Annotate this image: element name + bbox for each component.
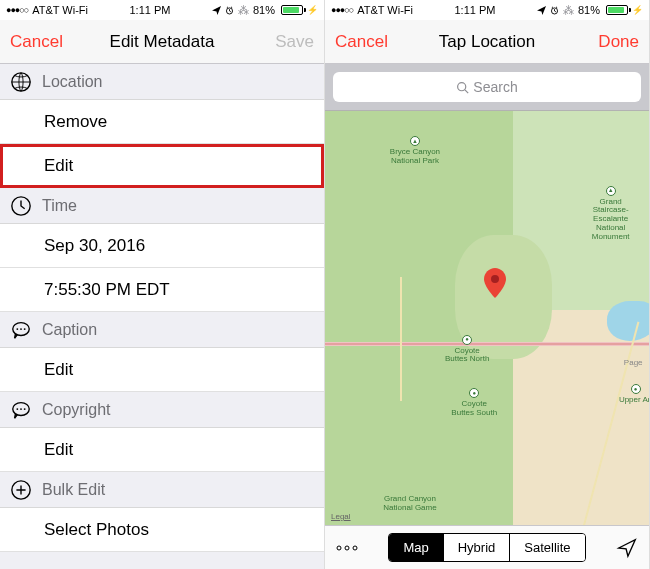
map-label-buttes-s: ●Coyote Buttes South	[451, 388, 497, 418]
battery-pct: 81%	[578, 4, 600, 16]
status-bar: ●●●○○ AT&T Wi-Fi 1:11 PM ⁂ 81% ⚡	[0, 0, 324, 20]
alarm-icon	[550, 6, 559, 15]
nav-title: Tap Location	[395, 32, 579, 52]
plus-circle-icon	[10, 479, 32, 501]
row-bulk-select[interactable]: Select Photos	[0, 508, 324, 552]
alarm-icon	[225, 6, 234, 15]
row-time-value[interactable]: 7:55:30 PM EDT	[0, 268, 324, 312]
section-bulk: Bulk Edit	[0, 472, 324, 508]
battery-icon: ⚡	[604, 5, 643, 15]
cancel-button[interactable]: Cancel	[335, 32, 395, 52]
svg-point-6	[24, 328, 26, 330]
svg-point-15	[337, 546, 341, 550]
svg-point-14	[491, 275, 499, 283]
status-bar: ●●●○○ AT&T Wi-Fi 1:11 PM ⁂ 81% ⚡	[325, 0, 649, 20]
status-time: 1:11 PM	[455, 4, 496, 16]
map-label-upper: ●Upper An	[619, 384, 649, 405]
row-caption-edit[interactable]: Edit	[0, 348, 324, 392]
section-time: Time	[0, 188, 324, 224]
map-legal-link[interactable]: Legal	[331, 512, 351, 521]
search-icon	[456, 81, 469, 94]
carrier-label: AT&T Wi-Fi	[357, 4, 413, 16]
speech-icon	[10, 319, 32, 341]
location-arrow-icon	[537, 6, 546, 15]
nav-title: Edit Metadata	[70, 32, 254, 52]
map-pin-icon[interactable]	[484, 268, 506, 290]
search-input[interactable]: Search	[333, 72, 641, 102]
map-label-bryce: ▲Bryce Canyon National Park	[390, 136, 440, 166]
segment-map[interactable]: Map	[389, 534, 443, 561]
section-caption: Caption	[0, 312, 324, 348]
battery-pct: 81%	[253, 4, 275, 16]
location-arrow-icon	[212, 6, 221, 15]
locate-icon[interactable]	[613, 534, 641, 562]
section-location-label: Location	[42, 73, 103, 91]
segment-satellite[interactable]: Satellite	[510, 534, 584, 561]
battery-icon: ⚡	[279, 5, 318, 15]
bluetooth-icon: ⁂	[563, 4, 574, 17]
svg-point-13	[458, 82, 466, 90]
svg-point-9	[20, 408, 22, 410]
clock-icon	[10, 195, 32, 217]
nav-bar: Cancel Tap Location Done	[325, 20, 649, 64]
nav-bar: Cancel Edit Metadata Save	[0, 20, 324, 64]
search-placeholder: Search	[473, 79, 517, 95]
search-bar-container: Search	[325, 64, 649, 111]
right-screen: ●●●○○ AT&T Wi-Fi 1:11 PM ⁂ 81% ⚡ Cancel …	[325, 0, 650, 569]
section-bulk-label: Bulk Edit	[42, 481, 105, 499]
more-icon[interactable]	[333, 534, 361, 562]
map-type-segment: Map Hybrid Satellite	[388, 533, 585, 562]
section-copyright: Copyright	[0, 392, 324, 428]
row-location-remove[interactable]: Remove	[0, 100, 324, 144]
status-time: 1:11 PM	[130, 4, 171, 16]
bluetooth-icon: ⁂	[238, 4, 249, 17]
map-label-canyon: Grand Canyon National Game	[383, 495, 436, 513]
cancel-button[interactable]: Cancel	[10, 32, 70, 52]
map-label-buttes-n: ●Coyote Buttes North	[445, 335, 489, 365]
svg-point-10	[24, 408, 26, 410]
section-location: Location	[0, 64, 324, 100]
signal-dots-icon: ●●●○○	[331, 5, 353, 15]
globe-icon	[10, 71, 32, 93]
metadata-list: Location Remove Edit Time Sep 30, 2016 7…	[0, 64, 324, 569]
map-toolbar: Map Hybrid Satellite	[325, 525, 649, 569]
svg-point-8	[16, 408, 18, 410]
section-copyright-label: Copyright	[42, 401, 110, 419]
svg-point-4	[16, 328, 18, 330]
map[interactable]: ▲Bryce Canyon National Park ▲Grand Stair…	[325, 111, 649, 525]
map-label-page: Page	[624, 359, 643, 368]
done-button[interactable]: Done	[579, 32, 639, 52]
lake-icon	[607, 301, 649, 341]
section-caption-label: Caption	[42, 321, 97, 339]
map-label-staircase: ▲Grand Staircase- Escalante National Mon…	[592, 186, 630, 242]
signal-dots-icon: ●●●○○	[6, 5, 28, 15]
left-screen: ●●●○○ AT&T Wi-Fi 1:11 PM ⁂ 81% ⚡ Cancel …	[0, 0, 325, 569]
svg-point-16	[345, 546, 349, 550]
segment-hybrid[interactable]: Hybrid	[444, 534, 511, 561]
svg-point-17	[353, 546, 357, 550]
section-time-label: Time	[42, 197, 77, 215]
row-time-date[interactable]: Sep 30, 2016	[0, 224, 324, 268]
speech-icon	[10, 399, 32, 421]
row-location-edit[interactable]: Edit	[0, 144, 324, 188]
row-copyright-edit[interactable]: Edit	[0, 428, 324, 472]
svg-point-5	[20, 328, 22, 330]
carrier-label: AT&T Wi-Fi	[32, 4, 88, 16]
save-button[interactable]: Save	[254, 32, 314, 52]
